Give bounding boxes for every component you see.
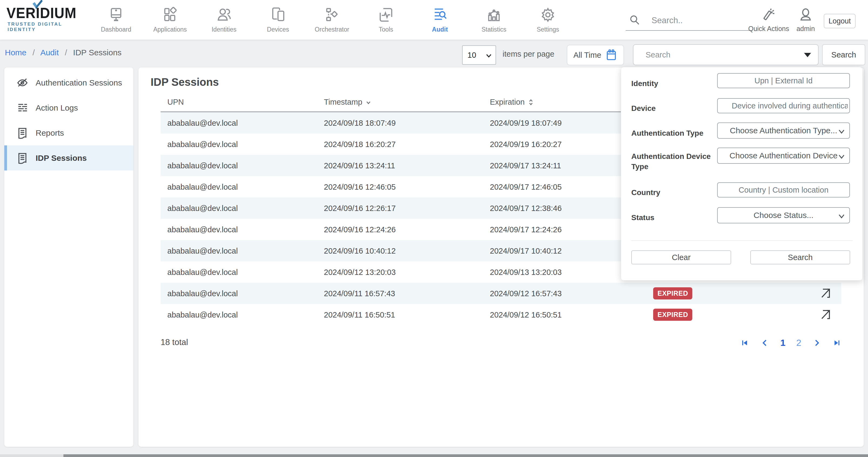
authentication-device-type-select[interactable]: Choose Authentication Device xyxy=(717,148,850,164)
identity-input[interactable] xyxy=(717,73,850,88)
device-input[interactable] xyxy=(717,98,850,113)
nav-item-identities[interactable]: Identities xyxy=(197,0,251,40)
chevron-down-icon xyxy=(486,53,492,58)
logo-title: VERIDIUM xyxy=(6,5,81,21)
table-search-box xyxy=(633,44,818,65)
country-label: Country xyxy=(631,188,712,198)
table-search-button[interactable]: Search xyxy=(822,44,865,65)
next-page-icon[interactable] xyxy=(812,338,821,348)
veridium-logo[interactable]: VERIDIUM TRUSTED DIGITAL IDENTITY xyxy=(6,5,88,32)
sort-both-icon xyxy=(527,99,534,106)
column-header-expiration[interactable]: Expiration xyxy=(490,98,534,106)
user-icon xyxy=(798,7,813,23)
sidebar-item-reports[interactable]: Reports xyxy=(4,120,133,145)
orchestrator-icon xyxy=(323,6,340,23)
identity-label: Identity xyxy=(631,78,712,89)
table-search-input[interactable] xyxy=(633,45,818,65)
magic-wand-icon xyxy=(761,7,776,23)
quick-actions-button[interactable]: Quick Actions xyxy=(744,0,793,40)
pagination: 1 2 xyxy=(740,337,841,348)
global-search-placeholder: Search.. xyxy=(652,15,683,25)
column-header-timestamp[interactable]: Timestamp xyxy=(324,98,372,106)
settings-icon xyxy=(539,6,556,23)
nav-item-applications[interactable]: Applications xyxy=(143,0,197,40)
nav-item-orchestrator[interactable]: Orchestrator xyxy=(305,0,359,40)
nav-item-settings[interactable]: Settings xyxy=(521,0,575,40)
main-nav: Dashboard Applications Identities Device… xyxy=(89,0,575,40)
document-icon xyxy=(16,127,29,139)
audit-sidebar: Authentication Sessions Action Logs Repo… xyxy=(4,67,133,447)
logo-tagline: TRUSTED DIGITAL IDENTITY xyxy=(7,22,88,32)
table-footer: 18 total 1 2 xyxy=(161,336,841,352)
dashboard-icon xyxy=(108,6,124,23)
nav-item-dashboard[interactable]: Dashboard xyxy=(89,0,143,40)
first-page-icon[interactable] xyxy=(740,338,749,348)
open-session-button[interactable] xyxy=(819,308,832,321)
page-number-1[interactable]: 1 xyxy=(780,337,785,348)
authentication-device-type-label: Authentication Device Type xyxy=(631,151,712,172)
page: VERIDIUM TRUSTED DIGITAL IDENTITY Dashbo… xyxy=(0,0,868,457)
applications-icon xyxy=(162,6,178,23)
eye-off-icon xyxy=(16,77,29,89)
sidebar-item-authentication-sessions[interactable]: Authentication Sessions xyxy=(4,70,133,95)
filter-panel-divider xyxy=(631,240,852,241)
open-session-icon xyxy=(819,308,832,321)
items-per-page-label: items per page xyxy=(502,50,554,59)
search-filter-dropdown-icon[interactable] xyxy=(804,53,811,57)
logout-button[interactable]: Logout xyxy=(824,14,856,28)
logo-checkmark-icon xyxy=(32,0,43,11)
status-badge: EXPIRED xyxy=(653,287,692,299)
last-page-icon[interactable] xyxy=(832,338,841,348)
nav-item-tools[interactable]: Tools xyxy=(359,0,413,40)
audit-icon xyxy=(432,6,448,23)
sort-desc-icon xyxy=(365,99,372,106)
nav-item-devices[interactable]: Devices xyxy=(251,0,305,40)
identities-icon xyxy=(216,6,232,23)
table-row[interactable]: ababalau@dev.local 2024/09/11 16:50:51 2… xyxy=(161,304,841,325)
total-count-label: 18 total xyxy=(161,337,188,347)
chevron-down-icon xyxy=(838,154,845,159)
filter-clear-button[interactable]: Clear xyxy=(631,250,731,264)
search-icon xyxy=(629,14,641,26)
authentication-type-label: Authentication Type xyxy=(631,128,712,138)
open-session-icon xyxy=(819,287,832,299)
calendar-icon xyxy=(605,49,618,61)
column-header-upn[interactable]: UPN xyxy=(167,98,184,106)
open-session-button[interactable] xyxy=(819,287,832,299)
table-row[interactable]: ababalau@dev.local 2024/09/11 16:57:43 2… xyxy=(161,283,841,304)
page-number-2[interactable]: 2 xyxy=(796,337,801,348)
status-label: Status xyxy=(631,213,712,223)
horizontal-scrollbar[interactable] xyxy=(0,454,868,457)
tools-icon xyxy=(378,6,394,23)
global-search[interactable]: Search.. xyxy=(626,10,752,31)
devices-icon xyxy=(270,6,286,23)
previous-page-icon[interactable] xyxy=(760,338,770,348)
top-bar: VERIDIUM TRUSTED DIGITAL IDENTITY Dashbo… xyxy=(0,0,868,40)
search-filter-panel: Identity Device Authentication Type Choo… xyxy=(621,67,863,281)
authentication-type-select[interactable]: Choose Authentication Type... xyxy=(717,123,850,139)
time-range-button[interactable]: All Time xyxy=(567,45,624,65)
document-icon xyxy=(16,152,29,164)
chevron-down-icon xyxy=(838,213,845,219)
nav-item-audit[interactable]: Audit xyxy=(413,0,467,40)
log-list-icon xyxy=(16,102,29,114)
page-title: IDP Sessions xyxy=(151,76,219,88)
user-menu[interactable]: admin xyxy=(791,0,820,40)
status-badge: EXPIRED xyxy=(653,308,692,321)
device-label: Device xyxy=(631,103,712,113)
chevron-down-icon xyxy=(838,128,845,134)
horizontal-scrollbar-thumb[interactable] xyxy=(63,454,868,457)
country-input[interactable] xyxy=(717,183,850,197)
sidebar-item-idp-sessions[interactable]: IDP Sessions xyxy=(4,145,133,170)
sidebar-item-action-logs[interactable]: Action Logs xyxy=(4,95,133,120)
nav-item-statistics[interactable]: Statistics xyxy=(467,0,521,40)
status-select[interactable]: Choose Status... xyxy=(717,207,850,223)
table-toolbar: 10 items per page All Time Search xyxy=(0,43,868,67)
filter-search-button[interactable]: Search xyxy=(750,250,850,264)
page-size-select[interactable]: 10 xyxy=(462,45,496,65)
statistics-icon xyxy=(486,6,502,23)
global-search-underline xyxy=(626,30,752,31)
